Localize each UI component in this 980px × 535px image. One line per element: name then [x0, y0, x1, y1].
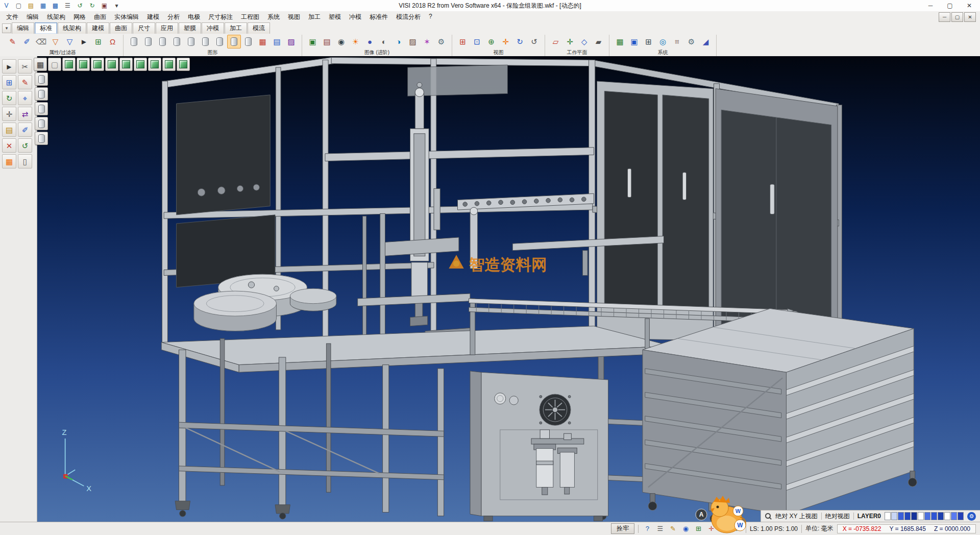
- light-source[interactable]: ☀: [349, 35, 362, 48]
- layer-manager[interactable]: ▤: [2, 123, 16, 137]
- line-display[interactable]: [141, 35, 155, 48]
- menu-item[interactable]: 冲模: [345, 12, 365, 22]
- edit-attributes[interactable]: ✎: [6, 35, 19, 48]
- settings-status[interactable]: ⚙: [731, 523, 742, 534]
- system-colors[interactable]: ▦: [613, 35, 627, 48]
- redo[interactable]: ↻: [87, 1, 97, 11]
- info-status[interactable]: ◉: [680, 523, 691, 534]
- select-cursor[interactable]: ►: [2, 59, 16, 74]
- view-iso[interactable]: [62, 58, 76, 71]
- menu-item[interactable]: 模流分析: [392, 12, 425, 22]
- display-mode-3[interactable]: [35, 102, 48, 115]
- view-right[interactable]: [119, 58, 133, 71]
- move-tool[interactable]: ✛: [2, 107, 16, 121]
- menu-item[interactable]: 工程图: [237, 12, 263, 22]
- menu-item[interactable]: 系统: [263, 12, 284, 22]
- ribbon-tab[interactable]: 尺寸: [133, 22, 155, 34]
- filter-elements[interactable]: ▽: [48, 35, 62, 48]
- workplane-xy[interactable]: ▱: [549, 35, 562, 48]
- ribbon-tab[interactable]: 模流: [248, 22, 270, 34]
- view-bottom[interactable]: [148, 58, 161, 71]
- profile-status[interactable]: ✎: [668, 523, 678, 534]
- shadow-toggle[interactable]: ◐: [377, 35, 391, 48]
- menu-item[interactable]: 建模: [143, 12, 163, 22]
- save-file[interactable]: ▦: [38, 1, 48, 11]
- lock-toggle[interactable]: 拴牢: [611, 523, 634, 534]
- color-chip[interactable]: [911, 512, 917, 520]
- view-top[interactable]: [134, 58, 147, 71]
- material-sphere[interactable]: ●: [363, 35, 377, 48]
- menu-item[interactable]: 标准件: [365, 12, 392, 22]
- tab-dropdown-icon[interactable]: ▾: [2, 23, 11, 33]
- mdi-minimize-button[interactable]: ─: [939, 12, 950, 22]
- selection-set[interactable]: ⊞: [91, 35, 105, 48]
- zoom-window[interactable]: ⊞: [456, 35, 470, 48]
- active-layer-selector[interactable]: LAYER0: [857, 513, 881, 520]
- color-chip[interactable]: [918, 512, 924, 520]
- dynamic-rotate[interactable]: ↻: [2, 91, 16, 105]
- color-chip[interactable]: [904, 512, 911, 520]
- undo[interactable]: ↺: [75, 1, 85, 11]
- curve-display[interactable]: [170, 35, 184, 48]
- color-chip[interactable]: [944, 512, 950, 520]
- screenshot[interactable]: ▣: [99, 1, 110, 11]
- menu-item[interactable]: 尺寸标注: [204, 12, 237, 22]
- system-measure[interactable]: ⌗: [670, 35, 684, 48]
- render-image[interactable]: ▣: [306, 35, 320, 48]
- zoom-search-icon[interactable]: [765, 513, 772, 520]
- zoom-fit[interactable]: ⊡: [470, 35, 484, 48]
- line-styles[interactable]: ▤: [270, 35, 284, 48]
- mdi-close-button[interactable]: ✕: [964, 12, 976, 22]
- color-chip[interactable]: [898, 512, 904, 520]
- display-mode-4[interactable]: [35, 117, 48, 130]
- menu-item[interactable]: 加工: [304, 12, 325, 22]
- view-options-button[interactable]: ⚙: [967, 512, 976, 521]
- viewport-3d[interactable]: 智造资料网 Z X: [33, 56, 980, 522]
- ribbon-tab[interactable]: 线架构: [58, 22, 86, 34]
- menu-item[interactable]: 曲面: [90, 12, 110, 22]
- color-chip[interactable]: [931, 512, 937, 520]
- color-chip[interactable]: [938, 512, 944, 520]
- visi-logo[interactable]: V: [1, 1, 12, 11]
- maximize-button[interactable]: ▢: [940, 1, 960, 11]
- display-mode-1[interactable]: [35, 72, 48, 86]
- rotate-view[interactable]: ↻: [513, 35, 527, 48]
- menu-item[interactable]: 视图: [284, 12, 304, 22]
- display-mode-5[interactable]: [35, 132, 48, 145]
- arc-display[interactable]: [156, 35, 169, 48]
- ribbon-tab[interactable]: 冲模: [202, 22, 224, 34]
- view-dimetric[interactable]: [177, 58, 190, 71]
- save-all[interactable]: ▩: [50, 1, 61, 11]
- view-back[interactable]: [91, 58, 104, 71]
- film-strip[interactable]: ▤: [320, 35, 334, 48]
- menu-item[interactable]: 线架构: [43, 12, 69, 22]
- view-left[interactable]: [105, 58, 118, 71]
- ribbon-tab[interactable]: 编辑: [12, 22, 34, 34]
- menu-item[interactable]: 分析: [163, 12, 184, 22]
- minimize-button[interactable]: ─: [921, 1, 940, 11]
- view-mode-selector[interactable]: 绝对 XY 上视图: [775, 512, 817, 521]
- ribbon-tab[interactable]: 加工: [225, 22, 247, 34]
- close-button[interactable]: ✕: [960, 1, 979, 11]
- zoom-in[interactable]: ⊕: [484, 35, 498, 48]
- color-chip[interactable]: [951, 512, 957, 520]
- hatch-patterns[interactable]: ▨: [284, 35, 298, 48]
- system-globe[interactable]: ◎: [656, 35, 670, 48]
- notes-tool[interactable]: ✐: [18, 123, 32, 137]
- filter-layers[interactable]: ▽: [63, 35, 77, 48]
- menu-item[interactable]: 文件: [2, 12, 22, 22]
- open-file[interactable]: ▤: [26, 1, 36, 11]
- menu-item[interactable]: 实体编辑: [110, 12, 143, 22]
- workplane-axis[interactable]: ✛: [563, 35, 577, 48]
- workplane-reset[interactable]: ▰: [592, 35, 605, 48]
- menu-item[interactable]: 网格: [69, 12, 90, 22]
- help-status[interactable]: ?: [642, 523, 653, 534]
- view-axonometric[interactable]: [162, 58, 176, 71]
- print[interactable]: ☰: [62, 1, 73, 11]
- grid-status[interactable]: ⊞: [693, 523, 704, 534]
- ribbon-tab[interactable]: 标准: [35, 22, 57, 34]
- previous-view[interactable]: ↺: [527, 35, 541, 48]
- measure-tool[interactable]: ⌖: [18, 91, 32, 105]
- sketch-pen[interactable]: ✎: [18, 75, 32, 89]
- mesh-display[interactable]: [213, 35, 227, 48]
